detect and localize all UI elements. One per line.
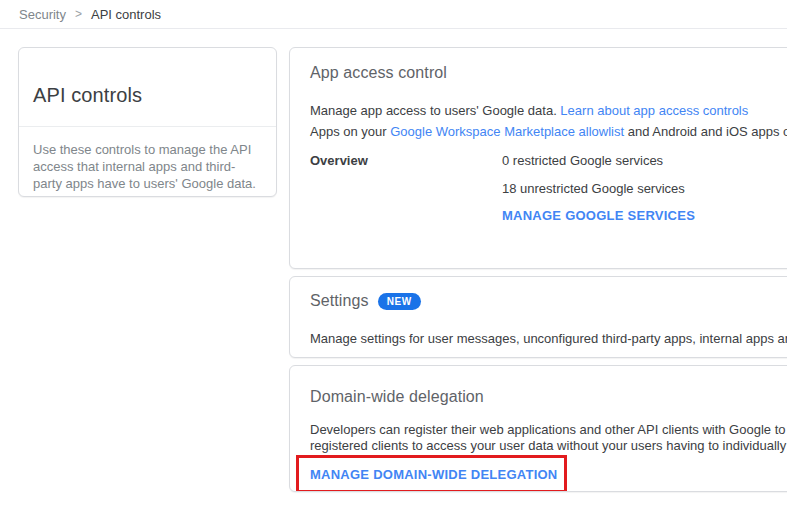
app-access-control-card[interactable]: App access control Manage app access to … (289, 47, 787, 269)
breadcrumb-current-page: API controls (91, 7, 161, 22)
api-controls-summary-card: API controls Use these controls to manag… (18, 47, 277, 197)
domain-wide-delegation-card[interactable]: Domain-wide delegation Developers can re… (289, 365, 787, 492)
settings-title: Settings (310, 292, 369, 310)
app-access-line1-text: Manage app access to users' Google data. (310, 103, 560, 118)
settings-title-row: Settings NEW (310, 292, 787, 310)
api-controls-title-section: API controls (19, 48, 276, 126)
app-access-control-title: App access control (310, 64, 787, 82)
domain-wide-delegation-title: Domain-wide delegation (310, 388, 787, 406)
learn-about-app-access-link[interactable]: Learn about app access controls (560, 103, 748, 118)
settings-card[interactable]: Settings NEW Manage settings for user me… (289, 276, 787, 358)
app-access-line2: Apps on your Google Workspace Marketplac… (310, 124, 787, 140)
delegation-description-line2: registered clients to access your user d… (310, 438, 787, 454)
manage-google-services-link[interactable]: MANAGE GOOGLE SERVICES (502, 208, 695, 223)
unrestricted-services-count: 18 unrestricted Google services (502, 181, 695, 197)
app-access-line2-prefix: Apps on your (310, 124, 390, 139)
delegation-description-line1: Developers can register their web applic… (310, 422, 787, 438)
new-badge: NEW (378, 293, 421, 310)
page-title: API controls (33, 84, 262, 107)
overview-row: Overview 0 restricted Google services 18… (310, 153, 787, 224)
breadcrumb-security-link[interactable]: Security (19, 7, 66, 22)
app-access-line2-middle: and Android and iOS apps on your (624, 124, 787, 139)
marketplace-allowlist-link[interactable]: Google Workspace Marketplace allowlist (390, 124, 624, 139)
app-access-line1: Manage app access to users' Google data.… (310, 103, 787, 119)
manage-domain-wide-delegation-link[interactable]: MANAGE DOMAIN-WIDE DELEGATION (310, 467, 558, 482)
restricted-services-count: 0 restricted Google services (502, 153, 695, 169)
red-highlight-box: MANAGE DOMAIN-WIDE DELEGATION (296, 455, 567, 492)
settings-description: Manage settings for user messages, uncon… (310, 331, 787, 347)
api-controls-description: Use these controls to manage the API acc… (19, 127, 276, 192)
breadcrumb: Security > API controls (0, 0, 787, 29)
overview-label: Overview (310, 153, 502, 224)
chevron-right-icon: > (75, 7, 82, 21)
overview-values: 0 restricted Google services 18 unrestri… (502, 153, 695, 224)
